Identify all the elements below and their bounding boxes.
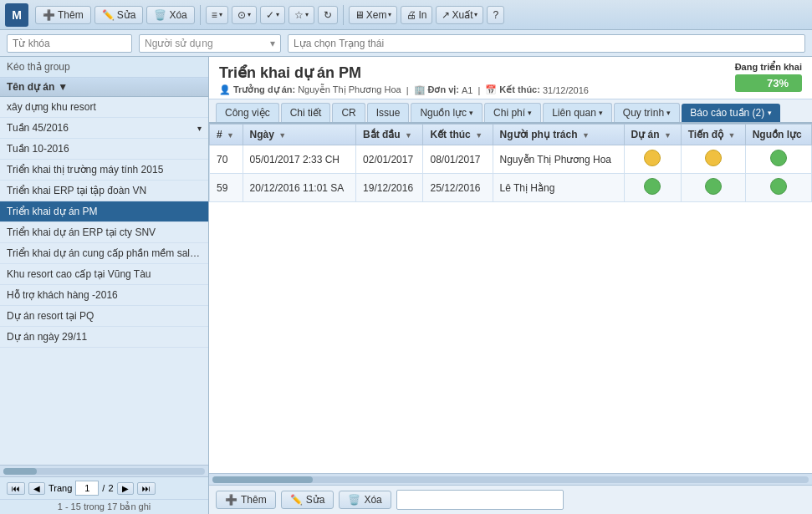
filter-start-icon[interactable]: ▼ [405, 131, 412, 140]
tab-cr[interactable]: CR [332, 103, 365, 122]
sidebar-item-0[interactable]: xây dựng khu resort [0, 97, 208, 118]
tab-nguonluc[interactable]: Nguồn lực ▾ [411, 103, 483, 122]
sidebar-item-10[interactable]: Dự án resort tại PQ [0, 306, 208, 327]
tab-chiphi[interactable]: Chi phí ▾ [484, 103, 541, 122]
keyword-input[interactable] [7, 34, 132, 53]
sidebar-item-6[interactable]: Triển khai dự án ERP tại cty SNV [0, 222, 208, 243]
view-arrow-icon: ▾ [388, 11, 391, 18]
refresh-icon: ↻ [324, 9, 332, 21]
delete-button[interactable]: 🗑️ Xóa [146, 6, 194, 24]
col-date: Ngày ▼ [243, 125, 355, 145]
page-number-input[interactable] [75, 481, 99, 496]
sidebar-list: xây dựng khu resort Tuần 45/2016 ▾ Tuần … [0, 97, 208, 465]
bottom-plus-icon: ➕ [225, 494, 237, 506]
table-scroll-track [212, 476, 809, 483]
filter-end-icon[interactable]: ▼ [475, 131, 483, 140]
bottom-add-button[interactable]: ➕ Thêm [216, 491, 276, 509]
link-button[interactable]: ⊙ ▾ [232, 6, 257, 24]
add-button[interactable]: ➕ Thêm [35, 6, 91, 24]
filter-assignee-icon[interactable]: ▼ [582, 131, 590, 140]
manager-meta: 👤 Trưởng dự án: Nguyễn Thị Phương Hoa [219, 84, 401, 95]
help-button[interactable]: ? [487, 6, 504, 24]
filter-id-icon[interactable]: ▼ [227, 131, 234, 140]
bottom-edit-button[interactable]: ✏️ Sửa [281, 491, 335, 509]
table-horizontal-scrollbar[interactable] [209, 473, 812, 485]
export-button[interactable]: ↗ Xuất ▾ [436, 6, 483, 24]
sidebar-item-5[interactable]: Triển khai dự án PM [0, 201, 208, 222]
col-end: Kết thúc ▼ [423, 125, 493, 145]
table-scroll-thumb [212, 476, 313, 483]
tab-lienquan[interactable]: Liên quan ▾ [543, 103, 612, 122]
status-progress-bar: 73% [735, 74, 802, 92]
progress-status-dot-0 [705, 150, 722, 166]
star-button[interactable]: ☆ ▾ [289, 6, 314, 24]
project-title: Triển khai dự án PM [219, 64, 802, 82]
col-project: Dự án ▼ [624, 125, 681, 145]
menu-button[interactable]: ≡ ▾ [206, 6, 228, 24]
cell-project-1 [624, 174, 681, 202]
view-button[interactable]: 🖥 Xem ▾ [349, 6, 398, 24]
manager-value: Nguyễn Thị Phương Hoa [298, 84, 401, 95]
edit-button[interactable]: ✏️ Sửa [94, 6, 144, 24]
filter-date-icon[interactable]: ▼ [278, 131, 286, 140]
status-input[interactable] [288, 34, 805, 53]
sidebar-item-1[interactable]: Tuần 45/2016 ▾ [0, 118, 208, 139]
sidebar-record-count: 1 - 15 trong 17 bản ghi [0, 499, 208, 514]
bottom-delete-button[interactable]: 🗑️ Xóa [339, 491, 391, 509]
export-icon: ↗ [442, 9, 450, 21]
collapse-icon: ▾ [197, 124, 202, 133]
sidebar-item-2[interactable]: Tuần 10-2016 [0, 139, 208, 160]
col-id: # ▼ [210, 125, 243, 145]
sidebar-scroll-thumb [3, 468, 37, 475]
page-label: Trang [49, 483, 72, 493]
plus-icon: ➕ [43, 9, 55, 21]
tab-chitiet[interactable]: Chi tiết [281, 103, 331, 122]
page-next-button[interactable]: ▶ [117, 482, 134, 495]
page-of-label: / [102, 483, 105, 493]
tab-baocao[interactable]: Báo cáo tuần (2) ▾ [682, 104, 780, 122]
sidebar-item-3[interactable]: Triển khai thị trường máy tính 2015 [0, 160, 208, 181]
sidebar-item-7[interactable]: Triển khai dự án cung cấp phần mềm salon… [0, 243, 208, 264]
tab-quytrinh[interactable]: Quy trình ▾ [614, 103, 680, 122]
tab-congviec[interactable]: Công việc [216, 103, 279, 122]
filter-progress-icon[interactable]: ▼ [728, 131, 736, 140]
cell-date-1: 20/12/2016 11:01 SA [243, 174, 355, 202]
sidebar-item-4[interactable]: Triển khai ERP tại tập đoàn VN [0, 181, 208, 201]
bottom-search-input[interactable] [396, 490, 564, 510]
page-first-button[interactable]: ⏮ [7, 482, 25, 495]
link-arrow-icon: ▾ [248, 11, 251, 18]
sidebar-item-9[interactable]: Hỗ trợ khách hàng -2016 [0, 285, 208, 306]
bottom-trash-icon: 🗑️ [348, 494, 360, 506]
col-progress: Tiến độ ▼ [681, 125, 745, 145]
status-badge-area: Đang triển khai 73% [735, 62, 802, 92]
data-table: # ▼ Ngày ▼ Bắt đầu ▼ Kết thúc [209, 124, 812, 202]
bottom-bar: ➕ Thêm ✏️ Sửa 🗑️ Xóa [209, 485, 812, 514]
sidebar-item-11[interactable]: Dự án ngày 29/11 [0, 327, 208, 348]
cell-start-1: 19/12/2016 [356, 174, 423, 202]
tab-bar: Công việc Chi tiết CR Issue Nguồn lực ▾ … [209, 99, 812, 124]
trash-icon: 🗑️ [154, 9, 166, 21]
content-meta: 👤 Trưởng dự án: Nguyễn Thị Phương Hoa | … [219, 84, 802, 95]
page-prev-button[interactable]: ◀ [28, 482, 45, 495]
project-status-dot-0 [644, 150, 661, 166]
export-arrow-icon: ▾ [474, 11, 477, 18]
print-button[interactable]: 🖨 In [401, 6, 432, 24]
tab-chiphi-arrow: ▾ [528, 109, 532, 117]
check-button[interactable]: ✓ ▾ [260, 6, 285, 24]
filter-project-icon[interactable]: ▼ [664, 131, 672, 140]
cell-resource-0 [745, 145, 811, 174]
page-last-button[interactable]: ⏭ [137, 482, 156, 495]
pencil-icon: ✏️ [102, 9, 115, 21]
menu-arrow-icon: ▾ [219, 11, 222, 18]
sidebar-item-8[interactable]: Khu resort cao cấp tại Vũng Tàu [0, 264, 208, 285]
tab-issue[interactable]: Issue [367, 103, 410, 122]
sidebar-horizontal-scrollbar[interactable] [0, 465, 208, 476]
star-icon: ☆ [294, 9, 304, 21]
user-select[interactable]: Người sử dụng ▾ [139, 34, 281, 53]
sidebar-drag-label: Kéo thả group [0, 57, 208, 78]
separator-2 [343, 5, 344, 25]
refresh-button[interactable]: ↻ [318, 6, 338, 24]
monitor-icon: 🖥 [355, 9, 365, 21]
content-header-wrap: Triển khai dự án PM 👤 Trưởng dự án: Nguy… [209, 57, 812, 99]
main-toolbar: M ➕ Thêm ✏️ Sửa 🗑️ Xóa ≡ ▾ ⊙ ▾ ✓ ▾ ☆ ▾ ↻… [0, 0, 812, 30]
